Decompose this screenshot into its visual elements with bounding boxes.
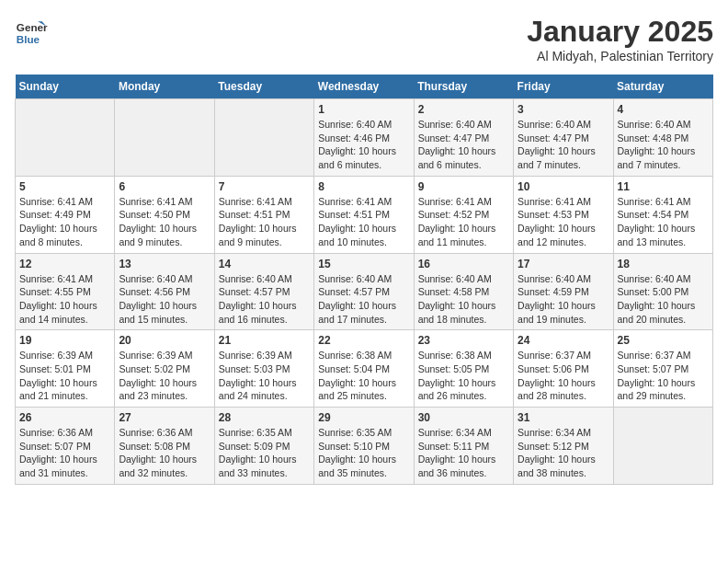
calendar-title: January 2025 — [527, 15, 713, 49]
day-number: 1 — [318, 103, 409, 116]
calendar-cell — [115, 99, 214, 177]
day-content: Sunrise: 6:36 AMSunset: 5:08 PMDaylight:… — [119, 426, 210, 480]
calendar-cell: 16Sunrise: 6:40 AMSunset: 4:58 PMDayligh… — [414, 253, 513, 330]
calendar-cell: 6Sunrise: 6:41 AMSunset: 4:50 PMDaylight… — [115, 176, 214, 253]
day-content: Sunrise: 6:40 AMSunset: 5:00 PMDaylight:… — [618, 272, 709, 327]
day-number: 12 — [19, 258, 110, 270]
calendar-cell: 11Sunrise: 6:41 AMSunset: 4:54 PMDayligh… — [613, 176, 712, 253]
calendar-table: SundayMondayTuesdayWednesdayThursdayFrid… — [15, 75, 713, 485]
day-content: Sunrise: 6:40 AMSunset: 4:57 PMDaylight:… — [318, 272, 409, 327]
day-content: Sunrise: 6:35 AMSunset: 5:10 PMDaylight:… — [318, 426, 409, 480]
calendar-week-row: 5Sunrise: 6:41 AMSunset: 4:49 PMDaylight… — [16, 176, 713, 253]
calendar-week-row: 26Sunrise: 6:36 AMSunset: 5:07 PMDayligh… — [16, 408, 713, 485]
day-number: 19 — [19, 334, 110, 347]
calendar-cell — [214, 99, 313, 177]
calendar-cell: 10Sunrise: 6:41 AMSunset: 4:53 PMDayligh… — [514, 176, 613, 253]
calendar-cell: 18Sunrise: 6:40 AMSunset: 5:00 PMDayligh… — [613, 253, 712, 330]
day-number: 15 — [318, 258, 409, 270]
day-number: 18 — [618, 258, 709, 270]
day-header-saturday: Saturday — [613, 75, 712, 99]
day-number: 20 — [119, 334, 210, 347]
day-content: Sunrise: 6:41 AMSunset: 4:53 PMDaylight:… — [518, 195, 609, 249]
day-content: Sunrise: 6:40 AMSunset: 4:48 PMDaylight:… — [618, 118, 709, 172]
calendar-week-row: 19Sunrise: 6:39 AMSunset: 5:01 PMDayligh… — [16, 330, 713, 408]
day-content: Sunrise: 6:34 AMSunset: 5:11 PMDaylight:… — [418, 426, 509, 480]
calendar-cell: 21Sunrise: 6:39 AMSunset: 5:03 PMDayligh… — [214, 330, 313, 408]
day-content: Sunrise: 6:37 AMSunset: 5:07 PMDaylight:… — [618, 349, 709, 403]
calendar-cell: 28Sunrise: 6:35 AMSunset: 5:09 PMDayligh… — [214, 408, 313, 485]
day-header-tuesday: Tuesday — [214, 75, 313, 99]
calendar-cell: 2Sunrise: 6:40 AMSunset: 4:47 PMDaylight… — [414, 99, 513, 177]
day-content: Sunrise: 6:35 AMSunset: 5:09 PMDaylight:… — [219, 426, 310, 480]
day-content: Sunrise: 6:41 AMSunset: 4:51 PMDaylight:… — [318, 195, 409, 249]
day-number: 6 — [119, 180, 210, 193]
day-content: Sunrise: 6:41 AMSunset: 4:52 PMDaylight:… — [418, 195, 509, 249]
day-content: Sunrise: 6:34 AMSunset: 5:12 PMDaylight:… — [518, 426, 609, 480]
day-content: Sunrise: 6:40 AMSunset: 4:58 PMDaylight:… — [418, 272, 509, 327]
day-number: 11 — [618, 180, 709, 193]
calendar-cell: 20Sunrise: 6:39 AMSunset: 5:02 PMDayligh… — [115, 330, 214, 408]
day-number: 8 — [318, 180, 409, 193]
calendar-cell: 29Sunrise: 6:35 AMSunset: 5:10 PMDayligh… — [314, 408, 414, 485]
calendar-cell: 30Sunrise: 6:34 AMSunset: 5:11 PMDayligh… — [414, 408, 513, 485]
page-header: General Blue January 2025 Al Midyah, Pal… — [15, 15, 713, 63]
day-header-sunday: Sunday — [16, 75, 115, 99]
day-number: 25 — [618, 334, 709, 347]
calendar-cell: 23Sunrise: 6:38 AMSunset: 5:05 PMDayligh… — [414, 330, 513, 408]
day-content: Sunrise: 6:41 AMSunset: 4:54 PMDaylight:… — [618, 195, 709, 249]
day-number: 28 — [219, 411, 310, 424]
day-header-friday: Friday — [514, 75, 613, 99]
day-content: Sunrise: 6:40 AMSunset: 4:57 PMDaylight:… — [219, 272, 310, 327]
calendar-subtitle: Al Midyah, Palestinian Territory — [527, 49, 713, 63]
calendar-cell: 1Sunrise: 6:40 AMSunset: 4:46 PMDaylight… — [314, 99, 414, 177]
calendar-cell: 25Sunrise: 6:37 AMSunset: 5:07 PMDayligh… — [613, 330, 712, 408]
day-number: 7 — [219, 180, 310, 193]
calendar-cell: 5Sunrise: 6:41 AMSunset: 4:49 PMDaylight… — [16, 176, 115, 253]
calendar-cell: 9Sunrise: 6:41 AMSunset: 4:52 PMDaylight… — [414, 176, 513, 253]
day-content: Sunrise: 6:41 AMSunset: 4:50 PMDaylight:… — [119, 195, 210, 249]
calendar-cell: 19Sunrise: 6:39 AMSunset: 5:01 PMDayligh… — [16, 330, 115, 408]
day-number: 21 — [219, 334, 310, 347]
day-number: 10 — [518, 180, 609, 193]
day-number: 14 — [219, 258, 310, 270]
calendar-cell: 26Sunrise: 6:36 AMSunset: 5:07 PMDayligh… — [16, 408, 115, 485]
day-content: Sunrise: 6:40 AMSunset: 4:56 PMDaylight:… — [119, 272, 210, 327]
title-block: January 2025 Al Midyah, Palestinian Terr… — [527, 15, 713, 63]
day-number: 16 — [418, 258, 509, 270]
calendar-cell: 8Sunrise: 6:41 AMSunset: 4:51 PMDaylight… — [314, 176, 414, 253]
calendar-week-row: 12Sunrise: 6:41 AMSunset: 4:55 PMDayligh… — [16, 253, 713, 330]
calendar-cell: 15Sunrise: 6:40 AMSunset: 4:57 PMDayligh… — [314, 253, 414, 330]
day-content: Sunrise: 6:37 AMSunset: 5:06 PMDaylight:… — [518, 349, 609, 403]
calendar-cell: 13Sunrise: 6:40 AMSunset: 4:56 PMDayligh… — [115, 253, 214, 330]
calendar-cell — [16, 99, 115, 177]
day-number: 29 — [318, 411, 409, 424]
day-number: 26 — [19, 411, 110, 424]
day-content: Sunrise: 6:40 AMSunset: 4:59 PMDaylight:… — [518, 272, 609, 327]
day-content: Sunrise: 6:41 AMSunset: 4:49 PMDaylight:… — [19, 195, 110, 249]
day-number: 3 — [518, 103, 609, 116]
days-header-row: SundayMondayTuesdayWednesdayThursdayFrid… — [16, 75, 713, 99]
day-content: Sunrise: 6:38 AMSunset: 5:05 PMDaylight:… — [418, 349, 509, 403]
calendar-cell: 27Sunrise: 6:36 AMSunset: 5:08 PMDayligh… — [115, 408, 214, 485]
calendar-cell: 12Sunrise: 6:41 AMSunset: 4:55 PMDayligh… — [16, 253, 115, 330]
day-number: 2 — [418, 103, 509, 116]
day-header-monday: Monday — [115, 75, 214, 99]
day-number: 4 — [618, 103, 709, 116]
day-content: Sunrise: 6:40 AMSunset: 4:47 PMDaylight:… — [518, 118, 609, 172]
calendar-cell: 24Sunrise: 6:37 AMSunset: 5:06 PMDayligh… — [514, 330, 613, 408]
day-header-wednesday: Wednesday — [314, 75, 414, 99]
day-number: 23 — [418, 334, 509, 347]
calendar-cell — [613, 408, 712, 485]
calendar-cell: 17Sunrise: 6:40 AMSunset: 4:59 PMDayligh… — [514, 253, 613, 330]
day-content: Sunrise: 6:39 AMSunset: 5:01 PMDaylight:… — [19, 349, 110, 403]
day-number: 17 — [518, 258, 609, 270]
day-number: 24 — [518, 334, 609, 347]
calendar-cell: 4Sunrise: 6:40 AMSunset: 4:48 PMDaylight… — [613, 99, 712, 177]
calendar-cell: 3Sunrise: 6:40 AMSunset: 4:47 PMDaylight… — [514, 99, 613, 177]
day-content: Sunrise: 6:40 AMSunset: 4:47 PMDaylight:… — [418, 118, 509, 172]
day-number: 30 — [418, 411, 509, 424]
calendar-week-row: 1Sunrise: 6:40 AMSunset: 4:46 PMDaylight… — [16, 99, 713, 177]
day-number: 27 — [119, 411, 210, 424]
day-content: Sunrise: 6:41 AMSunset: 4:55 PMDaylight:… — [19, 272, 110, 327]
day-number: 5 — [19, 180, 110, 193]
